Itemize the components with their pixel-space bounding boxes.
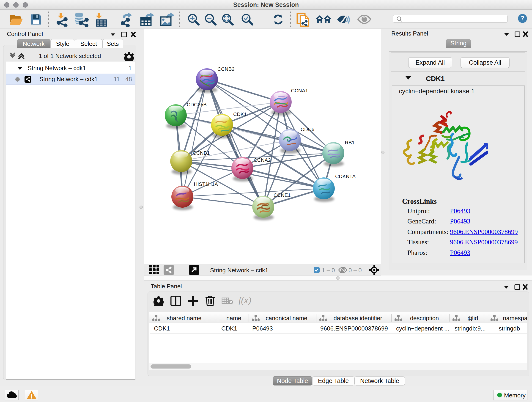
svg-text:CCNE1: CCNE1 <box>273 192 291 198</box>
svg-text:CCNB2: CCNB2 <box>217 66 234 72</box>
svg-text:CCNA1: CCNA1 <box>291 88 308 94</box>
svg-text:CCNA2: CCNA2 <box>254 157 271 163</box>
svg-text:HIST1H1A: HIST1H1A <box>194 181 218 187</box>
svg-text:CDKN1A: CDKN1A <box>335 173 356 179</box>
svg-text:CDK1: CDK1 <box>233 111 247 117</box>
svg-text:CCNB1: CCNB1 <box>193 150 210 156</box>
svg-text:RB1: RB1 <box>345 140 355 146</box>
svg-text:CDC25B: CDC25B <box>187 102 207 108</box>
svg-text:CDC6: CDC6 <box>301 127 314 132</box>
